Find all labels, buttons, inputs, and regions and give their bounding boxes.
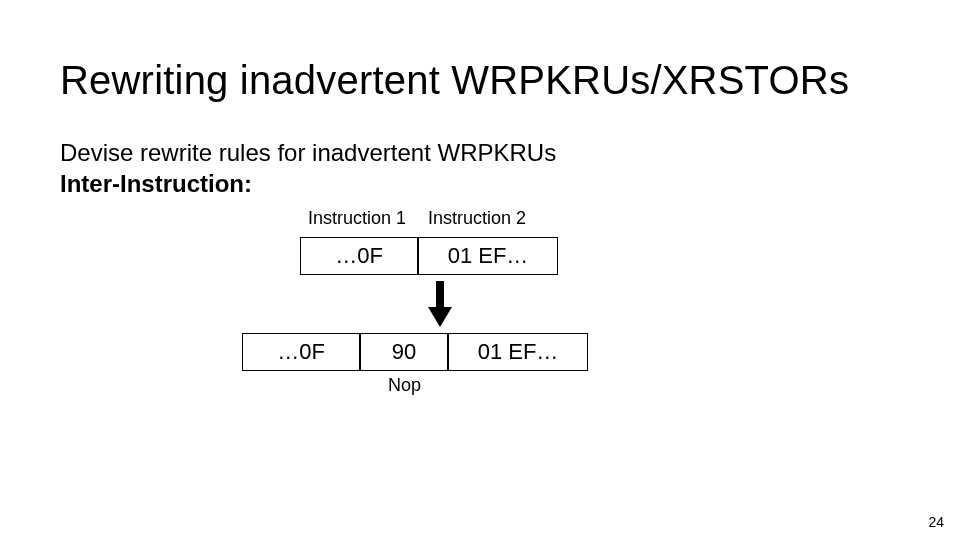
slide-title: Rewriting inadvertent WRPKRUs/XRSTORs — [60, 58, 900, 103]
instruction-1-label: Instruction 1 — [308, 208, 406, 229]
body-text: Devise rewrite rules for inadvertent WRP… — [60, 137, 900, 199]
svg-rect-0 — [436, 281, 444, 309]
down-arrow-icon — [428, 281, 452, 329]
nop-label: Nop — [388, 375, 421, 396]
before-cell-2: 01 EF… — [418, 237, 558, 275]
after-row: …0F 90 01 EF… Nop — [300, 333, 700, 371]
svg-marker-1 — [428, 307, 452, 327]
after-cell-3: 01 EF… — [448, 333, 588, 371]
after-cell-2: 90 — [360, 333, 448, 371]
body-line-1: Devise rewrite rules for inadvertent WRP… — [60, 139, 556, 166]
before-row: …0F 01 EF… — [300, 237, 700, 275]
instruction-labels: Instruction 1 Instruction 2 — [300, 208, 700, 234]
arrow-container — [300, 275, 700, 333]
after-cell-1: …0F — [242, 333, 360, 371]
before-cell-1: …0F — [300, 237, 418, 275]
page-number: 24 — [928, 514, 944, 530]
instruction-2-label: Instruction 2 — [428, 208, 526, 229]
rewrite-diagram: Instruction 1 Instruction 2 …0F 01 EF… …… — [300, 208, 700, 371]
body-line-2-label: Inter-Instruction: — [60, 170, 252, 197]
